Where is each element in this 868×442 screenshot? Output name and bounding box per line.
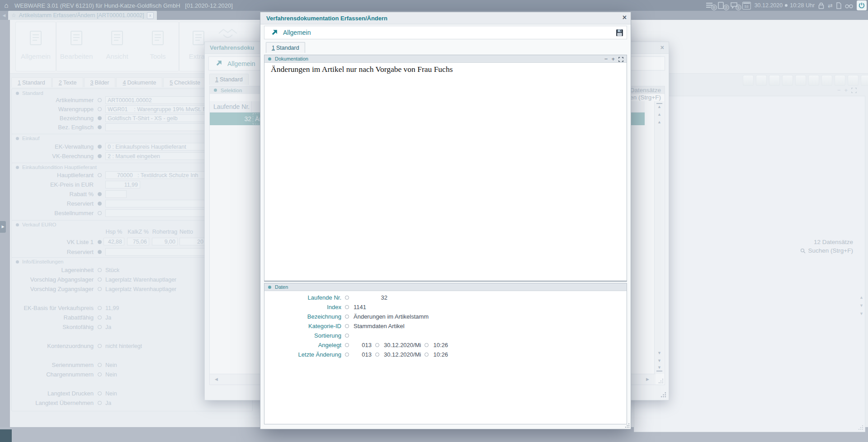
vk-value-input[interactable]: 20 (179, 238, 206, 245)
resize-grip-icon[interactable] (858, 425, 863, 430)
field-value[interactable]: 11,99 (105, 305, 119, 311)
save-icon[interactable] (861, 75, 868, 86)
field-value[interactable]: Lagerplatz Warenhauptlager (105, 277, 176, 283)
vk-value-input[interactable]: 9,00 (152, 238, 178, 245)
tool-icon[interactable] (808, 75, 819, 86)
scroll-up-page-icon[interactable]: ▲ (655, 120, 664, 124)
swap-icon[interactable]: ⇄ (828, 2, 833, 9)
device-icon[interactable] (821, 75, 832, 86)
field-value[interactable]: Nein (105, 362, 117, 368)
field-value[interactable]: Lagerplatz Warenhauptlager (105, 286, 176, 292)
toolbar-button[interactable]: Tools (137, 23, 178, 61)
field-value[interactable]: Nein (105, 390, 117, 397)
lock-icon[interactable] (818, 2, 824, 9)
audit-user[interactable]: 013 (354, 351, 372, 358)
vertical-scrollbar[interactable]: ▲ ▲ ▲ ▼ ▼ ▼ (654, 101, 664, 374)
data-field-label: Index (264, 304, 341, 310)
toolbar-button[interactable]: Ansicht (97, 23, 137, 61)
toolbar-button-label: Bearbeiten (60, 52, 93, 60)
chat-icon[interactable]: 1 (730, 2, 739, 9)
documentation-text-editor[interactable]: Änderungen im Artikel nur nach Vorgabe v… (264, 63, 627, 281)
dialog-resize-grip-icon[interactable] (625, 423, 630, 428)
form-tab[interactable]: 4Dokumente (116, 77, 162, 87)
form-tab[interactable]: 5Checkliste (163, 77, 207, 87)
audit-date[interactable]: 30.12.2020/Mi (384, 351, 421, 358)
home-icon[interactable]: ⌂ (0, 0, 13, 11)
list-tab-standard[interactable]: 1 Standard (209, 74, 249, 85)
stamp-icon[interactable] (769, 75, 780, 86)
document-tab-artikelstamm[interactable]: ☆ Artikelstamm Erfassen/Ändern [ART00001… (8, 11, 157, 20)
audit-user[interactable]: 013 (354, 342, 372, 348)
field-value[interactable]: 11,99 (105, 181, 140, 188)
data-field-value[interactable]: Änderungen im Artikelstamm (354, 313, 429, 320)
maximize-icon[interactable]: + (844, 87, 848, 94)
records-scrollbar[interactable]: ▲ ▼ ▼ (859, 295, 863, 316)
date-text: 30.12.2020 (755, 2, 783, 9)
save-icon[interactable] (616, 29, 623, 37)
page-icon[interactable] (836, 2, 841, 9)
print-icon[interactable] (756, 75, 767, 86)
scroll-left-icon[interactable]: ◀ (212, 377, 221, 381)
dialog-title-bar[interactable]: Verfahrensdokumentation Erfassen/Ändern … (260, 12, 631, 24)
audit-time[interactable]: 10:26 (433, 342, 448, 348)
vk-value-input[interactable]: 75,06 (127, 238, 149, 245)
pie-chart-icon[interactable] (835, 75, 845, 86)
calendar-icon[interactable]: 53 (742, 2, 751, 9)
panel-resize-grip-icon[interactable] (658, 378, 664, 384)
form-tab[interactable]: 2Texte (52, 77, 83, 87)
maximize-icon[interactable]: + (611, 56, 615, 62)
back-arrow-icon[interactable]: ◀ (0, 11, 8, 20)
toolbar-button[interactable]: Allgemein (15, 23, 56, 61)
window-resize-grip-icon[interactable] (660, 392, 666, 398)
data-field-value[interactable]: 1141 (354, 304, 366, 310)
edit-note-icon[interactable] (782, 75, 793, 86)
form-tab[interactable]: 3Bilder (84, 77, 116, 87)
field-value[interactable]: Stück (105, 267, 119, 273)
camera-icon[interactable] (795, 75, 806, 86)
corner-tile[interactable] (0, 429, 12, 442)
user-icon[interactable] (743, 75, 754, 86)
power-icon[interactable] (857, 0, 867, 10)
search-link[interactable]: Suchen (Strg+F) (800, 246, 853, 255)
field-value[interactable] (105, 190, 127, 198)
field-value[interactable]: nicht hinterlegt (105, 343, 142, 349)
scroll-up-icon[interactable]: ▲ (859, 295, 863, 300)
data-field-value[interactable]: Stammdaten Artikel (354, 323, 405, 329)
close-icon[interactable]: × (660, 44, 664, 51)
audit-date[interactable]: 30.12.2020/Mi (384, 342, 421, 348)
field-value[interactable]: Nein (105, 371, 117, 378)
minimize-icon[interactable]: − (604, 56, 608, 62)
minimize-icon[interactable]: − (837, 87, 841, 94)
dialog-section-bar[interactable]: Allgemein (264, 26, 627, 39)
scroll-to-bottom-icon[interactable]: ▼ (655, 365, 664, 370)
tab-close-icon[interactable]: x (147, 12, 154, 19)
field-label: Rabattfähig (11, 314, 94, 321)
scroll-down-icon[interactable]: ▼ (859, 311, 863, 316)
scroll-to-top-icon[interactable]: ▲ (655, 104, 664, 109)
expand-icon[interactable] (851, 88, 857, 93)
sidebar-handle[interactable]: ▶ (0, 221, 6, 233)
scroll-down-icon[interactable]: ▼ (859, 303, 863, 308)
pie-chart-alt-icon[interactable] (848, 75, 859, 86)
document-icon[interactable]: 2 (718, 2, 726, 9)
field-value[interactable]: Ja (105, 315, 111, 321)
close-icon[interactable]: × (623, 14, 627, 22)
field-value[interactable]: Ja (105, 400, 111, 406)
column-header-laufende-nr[interactable]: Laufende Nr. (210, 101, 252, 112)
audit-time[interactable]: 10:26 (433, 351, 448, 358)
binoculars-icon[interactable] (845, 3, 853, 9)
field-value[interactable]: Ja (105, 324, 111, 330)
data-field-value[interactable]: 32 (354, 294, 387, 301)
scroll-up-icon[interactable]: ▲ (655, 112, 664, 117)
scroll-down-page-icon[interactable]: ▼ (655, 351, 664, 355)
scroll-right-icon[interactable]: ▶ (643, 377, 652, 381)
toolbar-button[interactable]: Bearbeiten (56, 23, 97, 61)
expand-icon[interactable] (618, 57, 623, 62)
scroll-down-icon[interactable]: ▼ (655, 358, 664, 363)
menu-list-icon[interactable]: 0 (706, 2, 714, 9)
vk-value-input[interactable]: 42,88 (104, 238, 124, 245)
favorite-star-icon[interactable]: ☆ (11, 12, 16, 19)
form-tab[interactable]: 1Standard (11, 77, 52, 87)
handshake-icon[interactable] (216, 24, 240, 42)
dialog-tab-standard[interactable]: 1 Standard (266, 42, 305, 53)
